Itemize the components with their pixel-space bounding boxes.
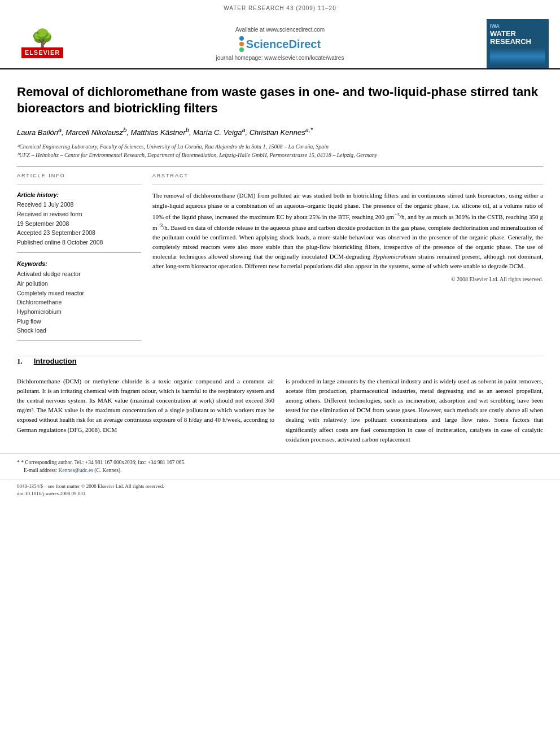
divider-1: [17, 166, 543, 167]
bottom-text-1: 0043-1354/$ – see front matter © 2008 El…: [17, 483, 543, 490]
divider-abs: [152, 185, 543, 185]
kw-3: Completely mixed reactor: [17, 289, 141, 298]
bottom-text-2: doi:10.1016/j.watres.2008.09.031: [17, 490, 543, 497]
received-1: Received 1 July 2008: [17, 200, 141, 209]
abstract-header: ABSTRACT: [152, 172, 543, 180]
intro-left-text: Dichloromethane (DCM) or methylene chlor…: [17, 378, 274, 433]
intro-title-row: 1. Introduction: [17, 356, 543, 371]
divider-end: [17, 340, 141, 341]
history-label: Article history:: [17, 191, 141, 199]
kw-4: Dichloromethane: [17, 298, 141, 307]
divider-ai: [17, 185, 141, 185]
article-info-abstract: ARTICLE INFO Article history: Received 1…: [17, 172, 543, 347]
accepted-date: Accepted 23 September 2008: [17, 229, 141, 237]
page: WATER RESEARCH 43 (2009) 11–20 🌳 ELSEVIE…: [0, 0, 560, 747]
iwa-label: IWA: [490, 23, 500, 30]
affil-a: ᵃChemical Engineering Laboratory, Facult…: [17, 143, 329, 150]
journal-homepage: journal homepage: www.elsevier.com/locat…: [216, 54, 344, 62]
email-label-text: E-mail address:: [24, 468, 57, 473]
footnote-email: E-mail address: Kennes@udc.es (C. Kennes…: [17, 466, 543, 474]
intro-right-text: is produced in large amounts by the chem…: [286, 378, 543, 442]
sciencedirect-text: ScienceDirect: [246, 36, 321, 52]
copyright: © 2008 Elsevier Ltd. All rights reserved…: [152, 276, 543, 283]
intro-number: 1.: [17, 356, 23, 366]
email-label: [17, 468, 23, 473]
intro-left-col: Dichloromethane (DCM) or methylene chlor…: [17, 377, 274, 444]
kw-7: Shock load: [17, 326, 141, 335]
center-header: Available at www.sciencedirect.com Scien…: [73, 26, 487, 62]
article-body: Removal of dichloromethane from waste ga…: [0, 69, 560, 356]
water-research-waves: [490, 48, 545, 65]
sd-dots-icon: [239, 36, 244, 52]
abstract-col: ABSTRACT The removal of dichloromethane …: [152, 172, 543, 347]
introduction-section: 1. Introduction Dichloromethane (DCM) or…: [0, 356, 560, 444]
journal-header: WATER RESEARCH 43 (2009) 11–20: [0, 0, 560, 15]
header-logos: 🌳 ELSEVIER Available at www.sciencedirec…: [0, 15, 560, 69]
received-revised: Received in revised form: [17, 210, 141, 219]
abstract-text: The removal of dichloromethane (DCM) fro…: [152, 191, 543, 271]
intro-columns: Dichloromethane (DCM) or methylene chlor…: [17, 377, 543, 444]
article-title: Removal of dichloromethane from waste ga…: [17, 84, 543, 116]
email-suffix: (C. Kennes).: [94, 468, 121, 473]
email-link[interactable]: Kennes@udc.es: [59, 468, 93, 473]
intro-right-col: is produced in large amounts by the chem…: [286, 377, 543, 444]
water-research-title: WATERRESEARCH: [490, 30, 531, 46]
sd-dot-green: [239, 47, 244, 52]
kw-1: Activated sludge reactor: [17, 270, 141, 278]
available-at-text: Available at www.sciencedirect.com: [235, 26, 325, 34]
received-revised-date: 19 September 2008: [17, 220, 141, 228]
footnotes: * * Corresponding author. Tel.: +34 981 …: [0, 453, 560, 475]
corresponding-text: * Corresponding author. Tel.: +34 981 16…: [21, 460, 185, 465]
kw-6: Plug flow: [17, 317, 141, 326]
kw-5: Hyphomicrobium: [17, 308, 141, 316]
journal-citation: WATER RESEARCH 43 (2009) 11–20: [224, 5, 336, 11]
affil-b: ᵇUFZ – Helmholtz – Centre for Environmen…: [17, 152, 377, 158]
article-info-col: ARTICLE INFO Article history: Received 1…: [17, 172, 141, 347]
water-research-logo: IWA WATERRESEARCH: [487, 19, 549, 68]
elsevier-label: ELSEVIER: [21, 47, 63, 58]
bottom-bar: 0043-1354/$ – see front matter © 2008 El…: [0, 479, 560, 500]
elsevier-logo: 🌳 ELSEVIER: [11, 29, 73, 58]
kw-2: Air pollution: [17, 279, 141, 288]
elsevier-tree-icon: 🌳: [31, 29, 54, 47]
sd-dot-orange: [239, 42, 244, 46]
sd-dot-blue: [239, 36, 244, 41]
footnote-corresponding: * * Corresponding author. Tel.: +34 981 …: [17, 458, 543, 466]
keywords: Keywords: Activated sludge reactor Air p…: [17, 260, 141, 335]
sciencedirect-logo: ScienceDirect: [239, 36, 321, 52]
article-info-header: ARTICLE INFO: [17, 172, 141, 180]
affiliations: ᵃChemical Engineering Laboratory, Facult…: [17, 142, 543, 159]
divider-kw: [17, 252, 141, 253]
article-history: Article history: Received 1 July 2008 Re…: [17, 191, 141, 246]
intro-title: Introduction: [34, 356, 77, 366]
keywords-label: Keywords:: [17, 260, 141, 268]
published-online: Published online 8 October 2008: [17, 238, 141, 247]
authors: Laura Bailóna, Marcell Nikolauszb, Matth…: [17, 125, 543, 138]
